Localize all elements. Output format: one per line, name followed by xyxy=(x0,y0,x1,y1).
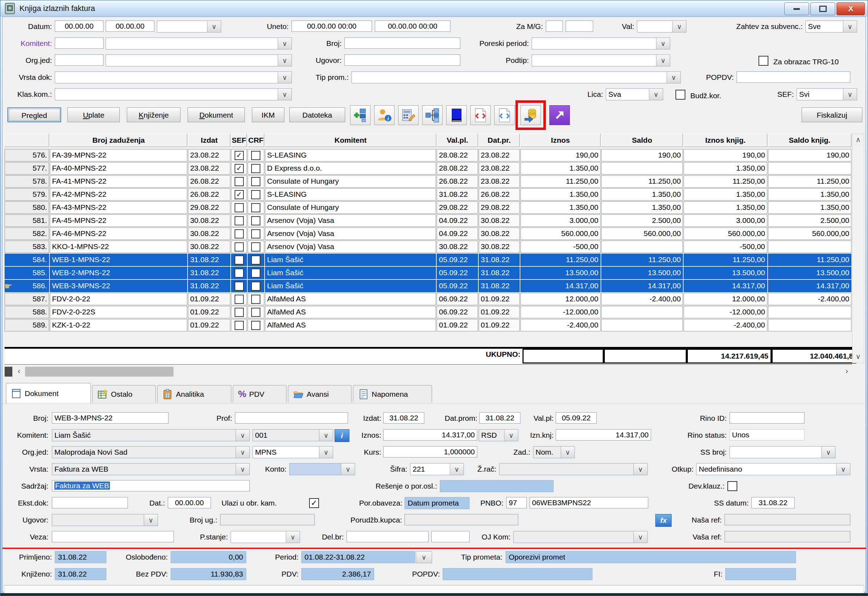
popdv-filter-input[interactable] xyxy=(737,71,850,83)
sef-checkbox[interactable]: ✓ xyxy=(235,151,244,160)
cell-saldo[interactable] xyxy=(601,319,683,331)
cell-saldo[interactable]: -2.400,00 xyxy=(601,293,683,305)
nasa-ref-field[interactable] xyxy=(725,514,850,525)
crf-checkbox[interactable] xyxy=(251,229,260,239)
sef-checkbox[interactable]: ✓ xyxy=(235,190,244,199)
cell-sef[interactable] xyxy=(231,175,247,187)
cell-sef[interactable] xyxy=(231,280,247,292)
cell-crf[interactable] xyxy=(248,162,264,174)
chevron-down-icon[interactable]: ∨ xyxy=(236,447,249,458)
chevron-down-icon[interactable]: ∨ xyxy=(450,463,464,475)
knjizenje-button[interactable]: Knjiženje xyxy=(127,108,180,122)
cell-iznos_knjig[interactable]: 14.317,00 xyxy=(683,280,767,292)
chevron-down-icon[interactable]: ∨ xyxy=(656,55,670,66)
cell-num[interactable]: 576. xyxy=(4,149,49,161)
tab-ostalo[interactable]: Ostalo xyxy=(92,385,156,403)
cell-datpr[interactable]: 30.08.22 xyxy=(479,227,520,240)
cell-valpl[interactable]: 04.09.22 xyxy=(437,214,478,227)
cell-num[interactable]: 581. xyxy=(4,214,49,227)
ugovor-field[interactable]: ∨ xyxy=(52,514,158,526)
chevron-down-icon[interactable]: ∨ xyxy=(236,463,249,475)
sef-checkbox[interactable] xyxy=(235,295,244,304)
scroll-down-icon[interactable]: ∨ xyxy=(852,351,864,363)
ss-datum-field[interactable] xyxy=(751,497,794,508)
table-row[interactable]: 576.FA-39-MPNS-2223.08.22✓S-LEASING28.08… xyxy=(4,149,852,161)
cell-num[interactable]: 583. xyxy=(4,240,49,253)
cell-iznos[interactable]: -500,00 xyxy=(520,240,601,253)
tab-pdv[interactable]: % PDV xyxy=(233,385,286,403)
datoteka-button[interactable]: Datoteka xyxy=(289,108,345,122)
cell-num[interactable]: 584. xyxy=(4,254,49,266)
prof-field[interactable] xyxy=(235,412,348,423)
cell-broj[interactable]: FA-41-MPNS-22 xyxy=(50,175,187,187)
cell-iznos_knjig[interactable]: 13.500,00 xyxy=(683,267,767,279)
cell-broj[interactable]: FA-46-MPNS-22 xyxy=(50,227,187,240)
cell-iznos[interactable]: -2.400,00 xyxy=(520,319,601,331)
cell-iznos[interactable]: 3.000,00 xyxy=(520,214,601,227)
org-jed-field[interactable]: Maloprodaja Novi Sad∨ xyxy=(52,446,250,458)
crf-checkbox[interactable] xyxy=(251,164,260,173)
ledger-button[interactable] xyxy=(446,105,466,125)
cell-saldo_knjig[interactable]: 13.500,00 xyxy=(768,267,852,279)
cell-komitent[interactable]: AlfaMed AS xyxy=(265,306,436,318)
cell-iznos_knjig[interactable]: 12.000,00 xyxy=(683,293,767,305)
cell-num[interactable]: ☛586. xyxy=(4,280,49,292)
cell-iznos[interactable]: 12.000,00 xyxy=(520,293,601,305)
cell-saldo[interactable]: 11.250,00 xyxy=(601,175,683,187)
cell-broj[interactable]: FA-42-MPNS-22 xyxy=(50,188,187,201)
forward-button[interactable] xyxy=(549,105,570,125)
chevron-down-icon[interactable]: ∨ xyxy=(278,55,291,66)
crf-checkbox[interactable] xyxy=(251,216,260,226)
cell-sef[interactable] xyxy=(231,227,247,240)
cell-saldo_knjig[interactable]: 11.250,00 xyxy=(768,254,852,266)
crf-checkbox[interactable] xyxy=(251,151,260,160)
org-jed-code-field[interactable]: MPNS∨ xyxy=(252,446,333,458)
table-row[interactable]: 587.FDV-2-0-2201.09.22AlfaMed AS06.09.22… xyxy=(4,293,852,305)
col-valpl[interactable]: Val.pl. xyxy=(437,134,478,147)
cell-izdat[interactable]: 29.08.22 xyxy=(188,201,230,214)
za-m-input[interactable] xyxy=(546,21,563,32)
cell-valpl[interactable]: 26.08.22 xyxy=(437,175,478,187)
cell-komitent[interactable]: Liam Šašić xyxy=(265,280,436,292)
tab-napomena[interactable]: Napomena xyxy=(353,385,432,403)
lica-combo[interactable]: Sva∨ xyxy=(606,89,663,100)
dat-prom-field[interactable] xyxy=(480,412,520,423)
pnbo-ref-field[interactable] xyxy=(530,497,648,508)
val-combo[interactable]: ∨ xyxy=(637,21,686,32)
chevron-down-icon[interactable]: ∨ xyxy=(278,72,291,83)
cell-datpr[interactable]: 31.08.22 xyxy=(479,280,520,292)
cell-datpr[interactable]: 01.09.22 xyxy=(479,293,520,305)
cell-iznos[interactable]: 1.350,00 xyxy=(520,188,601,201)
col-sef[interactable]: SEF xyxy=(231,134,247,147)
splitter-handle[interactable] xyxy=(4,367,12,376)
cell-izdat[interactable]: 01.09.22 xyxy=(188,306,230,318)
sef-checkbox[interactable] xyxy=(235,268,244,278)
cell-num[interactable]: 578. xyxy=(4,175,49,187)
dat-field[interactable] xyxy=(168,497,211,508)
tab-avansi[interactable]: Avansi xyxy=(288,385,351,403)
chevron-down-icon[interactable]: ∨ xyxy=(144,514,158,526)
datum-preset-combo[interactable]: ∨ xyxy=(157,21,221,32)
crf-checkbox[interactable] xyxy=(251,268,260,278)
cell-iznos_knjig[interactable]: -2.400,00 xyxy=(683,319,767,331)
cell-sef[interactable] xyxy=(231,319,247,331)
chevron-down-icon[interactable]: ∨ xyxy=(278,38,291,49)
cell-datpr[interactable]: 29.08.22 xyxy=(479,201,520,214)
col-izdat[interactable]: Izdat xyxy=(188,134,230,147)
cell-izdat[interactable]: 30.08.22 xyxy=(188,227,230,240)
export-xml-button[interactable] xyxy=(470,105,491,125)
chevron-down-icon[interactable]: ∨ xyxy=(236,429,249,441)
crf-checkbox[interactable] xyxy=(251,282,260,291)
cell-crf[interactable] xyxy=(248,227,264,240)
cell-saldo[interactable] xyxy=(601,162,683,174)
cell-broj[interactable]: FA-39-MPNS-22 xyxy=(50,149,187,161)
cell-saldo[interactable]: 1.350,00 xyxy=(601,201,683,214)
pregled-button[interactable]: Pregled xyxy=(7,108,61,122)
vertical-scrollbar[interactable]: ∧ ∨ xyxy=(852,134,864,363)
cell-crf[interactable] xyxy=(248,214,264,227)
table-row[interactable]: 588.FDV-2-0-22S01.09.22AlfaMed AS06.09.2… xyxy=(4,306,852,318)
cell-izdat[interactable]: 30.08.22 xyxy=(188,240,230,253)
cell-saldo_knjig[interactable] xyxy=(768,319,852,331)
table-row[interactable]: 581.FA-45-MPNS-2230.08.22Arsenov (Voja) … xyxy=(4,214,852,227)
cell-iznos_knjig[interactable]: 11.250,00 xyxy=(683,254,767,266)
